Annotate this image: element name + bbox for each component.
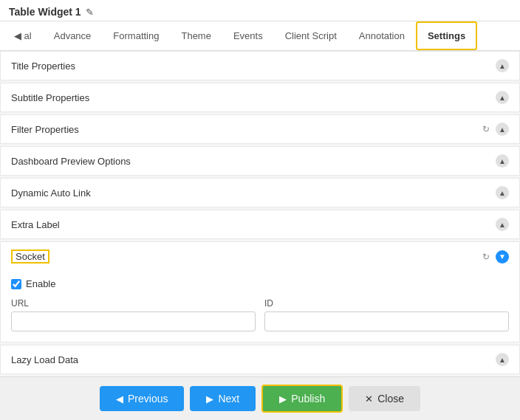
chevron-up-icon: ▲ xyxy=(496,218,509,231)
section-icons: ▲ xyxy=(496,218,509,231)
tabs-bar: ◀ al Advance Formatting Theme Events Cli… xyxy=(0,21,520,51)
next-label: Next xyxy=(218,393,239,404)
play-icon: ▶ xyxy=(279,393,287,404)
section-lazy-load[interactable]: Lazy Load Data ▲ xyxy=(0,345,520,374)
section-icons: ▲ xyxy=(496,186,509,199)
publish-label: Publish xyxy=(291,393,325,404)
content-area: Title Properties ▲ Subtitle Properties ▲… xyxy=(0,51,520,376)
section-label: Lazy Load Data xyxy=(11,354,78,365)
tab-theme[interactable]: Theme xyxy=(170,22,222,49)
socket-body: Enable URL ID xyxy=(1,271,519,342)
section-icons: ↻ ▲ xyxy=(479,123,509,136)
title-bar: Table Widget 1 ✎ xyxy=(0,0,520,21)
edit-icon[interactable]: ✎ xyxy=(86,7,94,18)
section-extra-label[interactable]: Extra Label ▲ xyxy=(0,210,520,239)
section-label: Dashboard Preview Options xyxy=(11,156,131,167)
section-label: Filter Properties xyxy=(11,124,79,135)
tab-advance[interactable]: Advance xyxy=(43,22,103,49)
next-button[interactable]: ▶ Next xyxy=(190,386,256,411)
previous-button[interactable]: ◀ Previous xyxy=(100,386,184,411)
section-subtitle-properties[interactable]: Subtitle Properties ▲ xyxy=(0,83,520,112)
section-label: Dynamic Auto Link xyxy=(11,187,91,199)
chevron-down-icon: ▼ xyxy=(496,250,509,264)
id-input[interactable] xyxy=(264,311,509,331)
tab-formatting[interactable]: Formatting xyxy=(102,22,170,49)
url-field-group: URL xyxy=(11,298,256,331)
tab-events[interactable]: Events xyxy=(222,22,274,49)
url-label: URL xyxy=(11,298,256,309)
section-label: Extra Label xyxy=(11,219,60,230)
socket-header[interactable]: Socket ↻ ▼ xyxy=(1,242,519,271)
chevron-up-icon: ▲ xyxy=(496,123,509,136)
publish-button[interactable]: ▶ Publish xyxy=(261,385,343,413)
refresh-icon[interactable]: ↻ xyxy=(479,250,493,264)
tab-al[interactable]: ◀ al xyxy=(3,22,43,49)
section-label: Subtitle Properties xyxy=(11,92,89,103)
chevron-up-icon: ▲ xyxy=(496,353,509,366)
tab-annotation[interactable]: Annotation xyxy=(348,22,416,49)
section-label: Title Properties xyxy=(11,61,75,72)
chevron-up-icon: ▲ xyxy=(496,59,509,72)
section-icons: ▲ xyxy=(496,154,509,168)
section-socket: Socket ↻ ▼ Enable URL ID xyxy=(0,241,520,342)
section-dynamic-auto-link[interactable]: Dynamic Auto Link ▲ xyxy=(0,178,520,207)
enable-label: Enable xyxy=(26,278,55,289)
url-input[interactable] xyxy=(11,311,256,331)
close-icon: ✕ xyxy=(365,393,373,404)
section-icons: ▲ xyxy=(496,91,509,104)
enable-checkbox-row: Enable xyxy=(11,278,509,289)
section-icons: ▲ xyxy=(496,353,509,366)
tab-client-script[interactable]: Client Script xyxy=(274,22,348,49)
previous-label: Previous xyxy=(128,393,168,404)
id-label: ID xyxy=(264,298,509,309)
chevron-up-icon: ▲ xyxy=(496,154,509,168)
section-icons: ↻ ▼ xyxy=(479,250,509,264)
chevron-up-icon: ▲ xyxy=(496,186,509,199)
fields-row: URL ID xyxy=(11,298,509,331)
tab-settings[interactable]: Settings xyxy=(416,21,477,50)
section-title-properties[interactable]: Title Properties ▲ xyxy=(0,51,520,80)
id-field-group: ID xyxy=(264,298,509,331)
socket-label: Socket xyxy=(11,249,49,264)
close-label: Close xyxy=(377,393,404,404)
arrow-left-icon: ◀ xyxy=(116,393,123,404)
refresh-icon[interactable]: ↻ xyxy=(479,123,493,136)
footer: ◀ Previous ▶ Next ▶ Publish ✕ Close xyxy=(0,376,520,420)
arrow-right-icon: ▶ xyxy=(206,393,213,404)
chevron-up-icon: ▲ xyxy=(496,91,509,104)
section-dashboard-preview[interactable]: Dashboard Preview Options ▲ xyxy=(0,146,520,176)
page-title: Table Widget 1 xyxy=(9,6,81,18)
section-icons: ▲ xyxy=(496,59,509,72)
close-button[interactable]: ✕ Close xyxy=(349,386,420,411)
enable-checkbox[interactable] xyxy=(11,279,21,289)
section-filter-properties[interactable]: Filter Properties ↻ ▲ xyxy=(0,114,520,144)
